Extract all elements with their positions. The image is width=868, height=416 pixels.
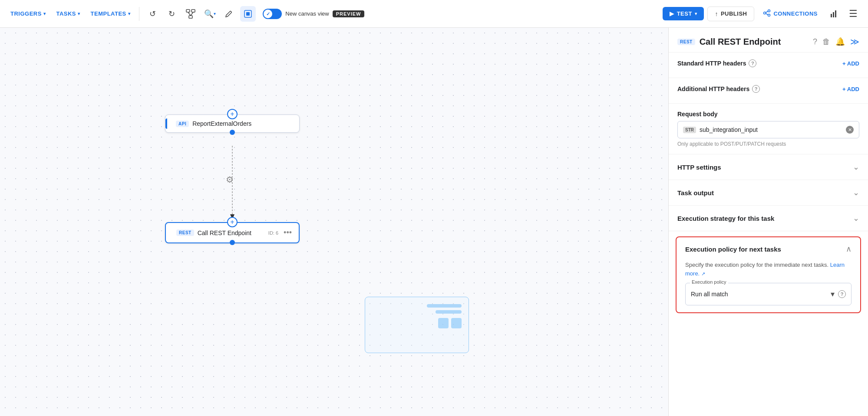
test-button[interactable]: ▶ TEST ▾ — [663, 7, 704, 20]
exec-policy-chevron-icon: ∧ — [846, 244, 851, 254]
exec-policy-dropdown-arrow[interactable]: ▾ — [831, 289, 835, 299]
request-body-section: Request body STR sub_integration_input ✕… — [669, 104, 868, 154]
request-body-box[interactable]: STR sub_integration_input ✕ — [677, 121, 859, 138]
node1-add-top[interactable]: + — [227, 109, 238, 119]
svg-rect-13 — [833, 12, 834, 17]
http-settings-chevron-icon: ⌄ — [853, 162, 859, 172]
standard-http-add-link[interactable]: + ADD — [842, 60, 859, 67]
redo-button[interactable]: ↻ — [164, 6, 179, 22]
mini-line-4 — [451, 318, 462, 328]
external-link-icon: ↗ — [701, 271, 705, 276]
svg-line-11 — [766, 13, 768, 15]
only-applicable-note: Only applicable to POST/PUT/PATCH reques… — [677, 141, 859, 147]
templates-label: TEMPLATES — [91, 10, 126, 17]
additional-http-add-link[interactable]: + ADD — [842, 86, 859, 92]
standard-http-headers-label: Standard HTTP headers ? — [677, 59, 756, 67]
additional-http-help-icon[interactable]: ? — [752, 85, 760, 93]
standard-http-headers-row: Standard HTTP headers ? + ADD — [677, 59, 859, 67]
mini-line-3 — [438, 318, 449, 328]
str-badge: STR — [683, 127, 696, 133]
delete-icon[interactable]: 🗑 — [822, 37, 830, 46]
panel-rest-badge: REST — [677, 39, 695, 45]
execution-policy-section: Execution policy for next tasks ∧ Specif… — [676, 236, 861, 313]
svg-point-8 — [768, 10, 770, 12]
node2-add-top[interactable]: + — [227, 217, 238, 227]
mini-preview-box — [365, 297, 469, 353]
body-input-text: sub_integration_input — [700, 126, 842, 133]
exec-policy-icons: ▾ ? — [831, 289, 846, 299]
http-settings-label: HTTP settings — [677, 164, 721, 171]
canvas-view-button[interactable] — [240, 6, 256, 22]
tasks-chevron-icon: ▾ — [78, 11, 80, 16]
gear-icon[interactable]: ⚙ — [226, 174, 234, 185]
undo-button[interactable]: ↺ — [145, 6, 160, 22]
menu-button[interactable]: ☰ — [845, 6, 861, 22]
node2-label: Call REST Endpoint — [198, 229, 251, 236]
panel-title: Call REST Endpoint — [700, 37, 809, 47]
svg-rect-2 — [189, 16, 192, 18]
svg-line-4 — [191, 12, 193, 16]
bell-icon[interactable]: 🔔 — [835, 37, 845, 46]
svg-line-3 — [188, 12, 191, 16]
templates-menu[interactable]: TEMPLATES ▾ — [87, 8, 134, 20]
node1-badge: API — [176, 121, 189, 127]
panel-header-icons: ? 🗑 🔔 ≫ — [813, 36, 859, 47]
publish-icon: ↑ — [715, 10, 718, 17]
right-panel: REST Call REST Endpoint ? 🗑 🔔 ≫ Standard… — [668, 28, 868, 416]
additional-http-headers-row: Additional HTTP headers ? + ADD — [677, 85, 859, 93]
zoom-chevron-icon: ▾ — [214, 11, 216, 16]
templates-chevron-icon: ▾ — [128, 11, 131, 16]
http-settings-accordion[interactable]: HTTP settings ⌄ — [669, 154, 868, 180]
analytics-button[interactable] — [826, 6, 842, 22]
triggers-chevron-icon: ▾ — [43, 11, 46, 16]
canvas[interactable]: ⚙ API ReportExternalOrders + REST Call R… — [0, 28, 668, 416]
exec-policy-select[interactable]: Run all match ▾ ? — [686, 283, 851, 305]
collapse-icon[interactable]: ≫ — [850, 36, 859, 47]
triggers-menu[interactable]: TRIGGERS ▾ — [7, 8, 49, 20]
test-label: TEST — [677, 10, 692, 17]
connections-icon — [763, 9, 771, 18]
connections-label: CONNECTIONS — [773, 10, 818, 17]
help-icon[interactable]: ? — [813, 37, 817, 46]
svg-point-7 — [764, 12, 766, 14]
tasks-menu[interactable]: TASKS ▾ — [53, 8, 83, 20]
svg-point-9 — [768, 14, 770, 16]
node2-menu-icon[interactable]: ••• — [284, 228, 292, 237]
zoom-button[interactable]: 🔍 ▾ — [202, 6, 218, 22]
exec-policy-header[interactable]: Execution policy for next tasks ∧ — [677, 237, 860, 261]
task-output-label: Task output — [677, 189, 714, 197]
triggers-label: TRIGGERS — [10, 10, 42, 17]
new-canvas-toggle-area: New canvas view PREVIEW — [263, 9, 364, 19]
execution-strategy-accordion[interactable]: Execution strategy for this task ⌄ — [669, 206, 868, 231]
node-report-external-orders[interactable]: API ReportExternalOrders + — [165, 115, 300, 133]
svg-rect-1 — [191, 10, 195, 12]
mini-lines — [365, 297, 469, 335]
exec-policy-value: Run all match — [691, 291, 728, 298]
node1-label: ReportExternalOrders — [192, 120, 251, 127]
node-call-rest-endpoint[interactable]: REST Call REST Endpoint ID: 6 ••• + — [165, 222, 300, 243]
execution-policy-field: Execution policy Run all match ▾ ? — [685, 283, 851, 305]
mini-line-2 — [436, 310, 462, 314]
connector-svg — [0, 28, 668, 416]
standard-http-headers-section: Standard HTTP headers ? + ADD — [669, 52, 868, 78]
request-body-row: Request body — [677, 111, 859, 118]
diagram-button[interactable] — [183, 6, 198, 22]
task-output-accordion[interactable]: Task output ⌄ — [669, 180, 868, 206]
topnav: TRIGGERS ▾ TASKS ▾ TEMPLATES ▾ ↺ ↻ 🔍 ▾ — [0, 0, 868, 28]
body-close-icon[interactable]: ✕ — [846, 126, 854, 134]
panel-header: REST Call REST Endpoint ? 🗑 🔔 ≫ — [669, 28, 868, 52]
request-body-label: Request body — [677, 111, 718, 118]
mini-line-1 — [427, 304, 462, 308]
additional-http-headers-label: Additional HTTP headers ? — [677, 85, 760, 93]
node1-bottom-connector — [230, 130, 235, 135]
new-canvas-label: New canvas view — [285, 10, 329, 17]
edit-button[interactable] — [221, 6, 237, 22]
divider-1 — [139, 7, 139, 21]
exec-policy-help-icon[interactable]: ? — [838, 290, 846, 298]
standard-http-help-icon[interactable]: ? — [749, 59, 756, 67]
test-play-icon: ▶ — [670, 10, 674, 17]
execution-strategy-chevron-icon: ⌄ — [853, 213, 859, 223]
connections-button[interactable]: CONNECTIONS — [758, 6, 823, 22]
new-canvas-toggle[interactable] — [263, 9, 282, 19]
publish-button[interactable]: ↑ PUBLISH — [707, 7, 754, 21]
